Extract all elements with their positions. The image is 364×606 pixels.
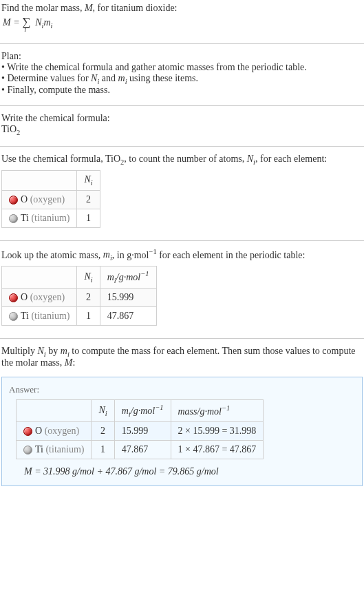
answer-box: Answer: Ni mi/g·mol−1 mass/g·mol−1 O (ox…: [1, 377, 363, 485]
element-cell: O (oxygen): [2, 288, 77, 306]
oxygen-icon: [9, 293, 18, 302]
table-header-row: Ni: [2, 170, 100, 190]
plan-heading: Plan:: [1, 51, 363, 62]
atomic-mass-table: Ni mi/g·mol−1 O (oxygen) 2 15.999 Ti (ti…: [1, 266, 157, 325]
plan-section: Plan: • Write the chemical formula and g…: [0, 48, 364, 102]
table-header-row: Ni mi/g·mol−1: [2, 267, 157, 288]
element-cell: Ti (titanium): [2, 209, 77, 227]
mi-cell: 15.999: [100, 288, 156, 306]
step4-text: Multiply Ni by mi to compute the mass fo…: [1, 346, 363, 369]
ni-cell: 1: [92, 440, 114, 459]
col-ni: Ni: [77, 267, 100, 288]
intro-equation: M = ∑i Nimi: [1, 14, 363, 34]
mi-cell: 47.867: [114, 440, 171, 459]
mass-cell: 2 × 15.999 = 31.998: [171, 421, 264, 440]
intro-text: Find the molar mass, M, for titanium dio…: [1, 3, 363, 14]
col-element: [17, 400, 92, 421]
answer-table: Ni mi/g·mol−1 mass/g·mol−1 O (oxygen) 2 …: [16, 399, 264, 459]
ni-cell: 2: [77, 288, 100, 306]
titanium-icon: [9, 214, 18, 223]
col-ni: Ni: [92, 400, 114, 421]
oxygen-icon: [23, 427, 32, 436]
col-element: [2, 170, 77, 190]
step2-text: Use the chemical formula, TiO2, to count…: [1, 154, 363, 166]
answer-label: Answer:: [9, 384, 355, 395]
step1-section: Write the chemical formula: TiO2: [0, 110, 364, 142]
step2-section: Use the chemical formula, TiO2, to count…: [0, 151, 364, 236]
table-row: O (oxygen) 2 15.999 2 × 15.999 = 31.998: [17, 421, 264, 440]
element-cell: O (oxygen): [2, 190, 77, 209]
divider: [0, 105, 364, 106]
plan-bullet-3: • Finally, compute the mass.: [1, 85, 363, 96]
step3-section: Look up the atomic mass, mi, in g·mol−1 …: [0, 245, 364, 334]
table-row: O (oxygen) 2 15.999: [2, 288, 157, 306]
step1-heading: Write the chemical formula:: [1, 113, 363, 124]
step3-text: Look up the atomic mass, mi, in g·mol−1 …: [1, 248, 363, 262]
oxygen-icon: [9, 196, 18, 205]
col-ni: Ni: [77, 170, 100, 190]
ni-cell: 1: [77, 209, 100, 227]
divider: [0, 240, 364, 241]
titanium-icon: [23, 446, 32, 454]
table-row: O (oxygen) 2: [2, 190, 100, 209]
table-row: Ti (titanium) 1: [2, 209, 100, 227]
element-cell: Ti (titanium): [17, 440, 92, 459]
mi-cell: 47.867: [100, 306, 156, 325]
divider: [0, 146, 364, 147]
divider: [0, 338, 364, 339]
mass-cell: 1 × 47.867 = 47.867: [171, 440, 264, 459]
table-row: Ti (titanium) 1 47.867 1 × 47.867 = 47.8…: [17, 440, 264, 459]
table-header-row: Ni mi/g·mol−1 mass/g·mol−1: [17, 400, 264, 421]
chemical-formula: TiO2: [1, 124, 363, 136]
ni-cell: 1: [77, 306, 100, 325]
intro-section: Find the molar mass, M, for titanium dio…: [0, 0, 364, 39]
col-mass: mass/g·mol−1: [171, 400, 264, 421]
element-cell: O (oxygen): [17, 421, 92, 440]
final-answer: M = 31.998 g/mol + 47.867 g/mol = 79.865…: [24, 466, 355, 477]
plan-bullet-2: • Determine values for Ni and mi using t…: [1, 73, 363, 85]
element-cell: Ti (titanium): [2, 306, 77, 325]
divider: [0, 43, 364, 44]
plan-bullet-1: • Write the chemical formula and gather …: [1, 62, 363, 73]
table-row: Ti (titanium) 1 47.867: [2, 306, 157, 325]
col-element: [2, 267, 77, 288]
ni-cell: 2: [92, 421, 114, 440]
ni-cell: 2: [77, 190, 100, 209]
col-mi: mi/g·mol−1: [100, 267, 156, 288]
mi-cell: 15.999: [114, 421, 171, 440]
atom-count-table: Ni O (oxygen) 2 Ti (titanium) 1: [1, 170, 100, 228]
col-mi: mi/g·mol−1: [114, 400, 171, 421]
step4-section: Multiply Ni by mi to compute the mass fo…: [0, 343, 364, 375]
titanium-icon: [9, 312, 18, 321]
